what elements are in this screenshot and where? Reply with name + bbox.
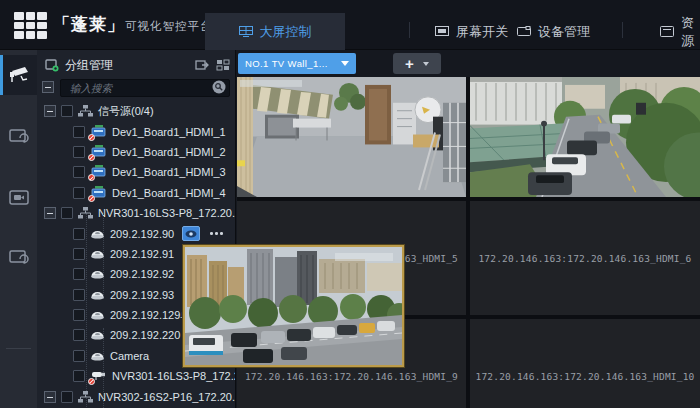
checkbox[interactable]	[73, 268, 85, 280]
search-row	[42, 78, 230, 96]
checkbox[interactable]	[73, 289, 85, 301]
tree-item-label: Camera	[110, 350, 149, 362]
camera-preview-image	[185, 247, 402, 365]
tree-item-signal[interactable]: Dev1_Board1_HDMI_4	[37, 183, 235, 203]
checkbox[interactable]	[61, 391, 73, 403]
collapse-icon[interactable]	[44, 207, 56, 219]
tree-item-camera[interactable]: 209.2.192.90	[37, 223, 235, 243]
tree-item-label: NVR301-16LS3-P8_172.20...	[112, 370, 235, 382]
tree-item-label: 209.2.192.129单	[110, 308, 191, 323]
chevron-down-icon	[341, 61, 349, 66]
tree-item-label: NVR302-16S2-P16_172.20.14...	[98, 391, 235, 403]
tab-label: 设备管理	[538, 23, 590, 41]
hdmi-signal-icon	[90, 145, 107, 159]
wall-cell-hdmi-6[interactable]: 172.20.146.163:172.20.146.163_HDMI_6	[470, 201, 700, 315]
dome-camera-icon	[90, 268, 105, 280]
chevron-down-icon	[423, 62, 429, 66]
checkbox[interactable]	[73, 187, 85, 199]
wall-cell-label: 172.20.146.163:172.20.146.163_HDMI_10	[475, 371, 694, 382]
tree-guide-line	[86, 213, 87, 408]
camera-preview-popup[interactable]	[183, 245, 404, 367]
tab-screen-switch[interactable]: 屏幕开关	[435, 13, 508, 50]
collapse-icon[interactable]	[44, 391, 56, 403]
rail-item-screen-sync[interactable]	[0, 238, 37, 278]
tree-item-label: 209.2.192.91	[110, 248, 174, 260]
offline-badge	[88, 174, 95, 181]
tree-item-label: 209.2.192.90	[110, 228, 174, 240]
wall-selector-dropdown[interactable]: NO.1 TV Wall_1...	[238, 53, 356, 74]
tree-item-label: Dev1_Board1_HDMI_3	[112, 166, 226, 178]
checkbox[interactable]	[73, 248, 85, 260]
group-cluster-icon	[78, 391, 93, 403]
tab-resources[interactable]: 资源	[660, 13, 700, 50]
collapse-icon[interactable]	[44, 105, 56, 117]
wall-cell-feed-1[interactable]	[237, 77, 466, 197]
screen-video-icon	[9, 190, 29, 205]
checkbox[interactable]	[73, 309, 85, 321]
search-input[interactable]	[60, 79, 230, 97]
checkbox[interactable]	[73, 146, 85, 158]
tab-device-management[interactable]: 设备管理	[517, 13, 590, 50]
tree-item-group[interactable]: NVR302-16S2-P16_172.20.14...	[37, 386, 235, 406]
tree-item-label: 信号源(0/4)	[98, 104, 154, 119]
tab-wall-control[interactable]: 大屏控制	[205, 13, 345, 50]
wall-cell-hdmi-10[interactable]: 172.20.146.163:172.20.146.163_HDMI_10	[470, 319, 700, 408]
brand-title: 「蓬莱」	[53, 13, 125, 36]
dome-camera-icon	[90, 248, 105, 260]
offline-badge	[88, 378, 95, 385]
tree-item-signal[interactable]: Dev1_Board1_HDMI_2	[37, 142, 235, 162]
dome-camera-icon	[90, 289, 105, 301]
tree-item-signal[interactable]: Dev1_Board1_HDMI_1	[37, 121, 235, 141]
app-logo-icon	[14, 12, 47, 39]
tree-item-label: Dev1_Board1_HDMI_1	[112, 126, 226, 138]
checkbox[interactable]	[73, 329, 85, 341]
rail-item-camera[interactable]	[0, 55, 37, 95]
checkbox[interactable]	[73, 370, 85, 382]
wall-cell-feed-2[interactable]	[470, 77, 700, 197]
checkbox[interactable]	[61, 207, 73, 219]
checkbox[interactable]	[61, 105, 73, 117]
camera-feed-street-image	[470, 77, 700, 197]
tree-item-label: 209.2.192.220	[110, 329, 180, 341]
checkbox[interactable]	[73, 166, 85, 178]
checkbox[interactable]	[73, 350, 85, 362]
preview-eye-button[interactable]	[182, 226, 200, 241]
bullet-camera-icon	[90, 370, 107, 383]
tree-item-signal[interactable]: Dev1_Board1_HDMI_3	[37, 162, 235, 182]
checkbox[interactable]	[73, 126, 85, 138]
tab-label: 大屏控制	[260, 23, 312, 41]
rail-item-screen-video[interactable]	[0, 177, 37, 217]
dome-camera-icon	[90, 329, 105, 341]
camera-feed-indoor-image	[237, 77, 466, 197]
rail-divider	[6, 348, 31, 349]
resources-icon	[660, 26, 674, 37]
tree-item-label: NVR301-16LS3-P8_172.20.14...	[98, 207, 235, 219]
collapse-all-button[interactable]	[42, 81, 54, 93]
hdmi-signal-icon	[90, 165, 107, 179]
tree-item-camera[interactable]: NVR301-16LS3-P8_172.20...	[37, 366, 235, 386]
dome-camera-icon	[90, 228, 105, 240]
hdmi-signal-icon	[90, 125, 107, 139]
tree-item-label: Dev1_Board1_HDMI_4	[112, 187, 226, 199]
offline-badge	[88, 134, 95, 141]
panel-layout-icon[interactable]	[216, 59, 230, 71]
more-options-icon[interactable]	[210, 232, 223, 235]
add-wall-button[interactable]: +	[393, 53, 441, 74]
left-icon-rail	[0, 50, 37, 408]
tree-item-label: 209.2.192.92	[110, 268, 174, 280]
brand-subtitle: 可视化智控平台	[125, 19, 213, 34]
tree-item-group[interactable]: 信号源(0/4)	[37, 101, 235, 121]
search-icon[interactable]	[212, 80, 226, 94]
tree-item-label: 209.2.192.93	[110, 289, 174, 301]
wall-control-icon	[239, 26, 253, 37]
tab-separator	[622, 22, 623, 38]
screen-switch-icon	[435, 26, 449, 37]
checkbox[interactable]	[73, 228, 85, 240]
panel-export-icon[interactable]	[195, 59, 209, 71]
top-bar: 「蓬莱」 可视化智控平台 大屏控制 屏幕开关 设备管理 资源	[0, 0, 700, 50]
screen-sync-icon	[9, 250, 29, 267]
tree-item-group[interactable]: NVR301-16LS3-P8_172.20.14...	[37, 203, 235, 223]
wall-selector-value: NO.1 TV Wall_1...	[245, 58, 328, 69]
rail-item-screen-refresh[interactable]	[0, 117, 37, 157]
dome-camera-icon	[90, 350, 105, 362]
